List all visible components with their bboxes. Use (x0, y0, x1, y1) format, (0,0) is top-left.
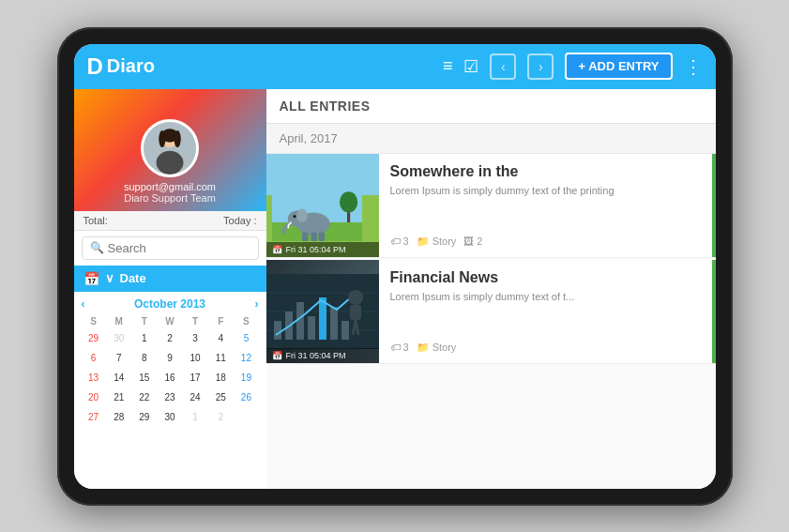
cal-day[interactable]: 1 (183, 408, 207, 427)
cal-day[interactable]: 9 (158, 349, 182, 368)
cal-day[interactable]: 29 (82, 329, 106, 348)
svg-point-16 (293, 215, 296, 218)
logo-area: D Diaro (87, 53, 443, 80)
cal-header-sat: S (234, 314, 258, 328)
cal-day[interactable]: 12 (234, 349, 258, 368)
svg-rect-13 (302, 232, 308, 241)
more-options-icon[interactable]: ⋮ (684, 55, 703, 78)
top-bar: D Diaro ≡ ☑ ‹ › + ADD ENTRY ⋮ (74, 44, 716, 89)
app-name: Diaro (107, 55, 155, 77)
cal-day[interactable]: 22 (132, 388, 157, 407)
cal-day[interactable]: 13 (82, 369, 106, 388)
cal-day[interactable]: 24 (183, 388, 207, 407)
calendar: ‹ October 2013 › S M T W T F S 29 (74, 292, 266, 489)
cal-day[interactable]: 2 (158, 329, 182, 348)
images-count-1: 🖼 2 (463, 236, 482, 247)
svg-rect-26 (330, 307, 338, 340)
cal-next-button[interactable]: › (255, 297, 259, 311)
add-entry-button[interactable]: + ADD ENTRY (565, 53, 672, 80)
category-1: 📁 Story (417, 236, 457, 248)
cal-day[interactable]: 20 (82, 388, 106, 407)
entries-list: 📅 Fri 31 05:04 PM Somewhere in the Lorem… (266, 154, 716, 489)
cal-day[interactable]: 28 (107, 408, 131, 427)
entry-body-1: Somewhere in the Lorem Ipsum is simply d… (379, 154, 716, 257)
entry-thumb-2: 📅 Fri 31 05:04 PM (266, 260, 379, 363)
cal-day[interactable]: 6 (82, 349, 106, 368)
thumb-date-2: 📅 Fri 31 05:04 PM (266, 348, 379, 363)
cal-header-tue: T (132, 314, 157, 328)
svg-rect-15 (318, 232, 324, 241)
svg-rect-29 (350, 305, 361, 320)
date-filter-label: Date (120, 271, 146, 285)
entry-title-1: Somewhere in the (390, 163, 705, 180)
profile-section: support@gmail.com Diaro Support Team (74, 89, 266, 211)
svg-point-4 (159, 130, 165, 147)
toolbar-icons: ≡ ☑ ‹ › + ADD ENTRY ⋮ (443, 53, 703, 80)
cal-day[interactable]: 8 (132, 349, 157, 368)
cal-day[interactable]: 19 (234, 369, 258, 388)
check-icon[interactable]: ☑ (463, 56, 478, 77)
cal-month-label: October 2013 (85, 297, 255, 311)
cal-day[interactable]: 23 (158, 388, 182, 407)
cal-day[interactable]: 10 (183, 349, 207, 368)
date-filter[interactable]: 📅 ∨ Date (74, 266, 266, 292)
today-label: Today : (223, 215, 256, 226)
date-filter-arrow: ∨ (105, 271, 114, 285)
svg-rect-24 (308, 316, 315, 340)
category-2: 📁 Story (417, 342, 457, 354)
cal-day[interactable]: 18 (208, 369, 233, 388)
right-panel: ALL ENTRIES April, 2017 (266, 89, 716, 489)
section-date: April, 2017 (266, 124, 716, 154)
entry-excerpt-2: Lorem Ipsum is simply dummy text of t... (390, 290, 705, 304)
cal-day[interactable]: 3 (183, 329, 207, 348)
cal-day[interactable]: 14 (107, 369, 131, 388)
svg-point-28 (348, 290, 363, 305)
nav-back-button[interactable]: ‹ (490, 53, 516, 80)
cal-day[interactable]: 25 (208, 388, 233, 407)
cal-header-mon: M (107, 314, 131, 328)
tablet-screen: D Diaro ≡ ☑ ‹ › + ADD ENTRY ⋮ (74, 44, 716, 489)
cal-day[interactable]: 30 (158, 408, 182, 427)
tablet-device: D Diaro ≡ ☑ ‹ › + ADD ENTRY ⋮ (57, 27, 733, 506)
cal-day[interactable]: 11 (208, 349, 233, 368)
cal-day[interactable]: 5 (234, 329, 258, 348)
entry-excerpt-1: Lorem Ipsum is simply dummy text of the … (390, 184, 705, 198)
svg-rect-27 (341, 321, 349, 340)
cal-day-today[interactable]: 1 (132, 329, 157, 348)
cal-day[interactable]: 27 (82, 408, 106, 427)
svg-point-12 (296, 209, 307, 222)
cal-day[interactable]: 26 (234, 388, 258, 407)
profile-email: support@gmail.com (124, 181, 216, 192)
svg-point-5 (174, 130, 181, 147)
search-input[interactable] (108, 241, 250, 255)
cal-day (234, 408, 258, 427)
cal-header-thu: T (183, 314, 207, 328)
entry-card-2[interactable]: 📅 Fri 31 05:04 PM Financial News Lorem I… (266, 260, 716, 364)
profile-team: Diaro Support Team (124, 192, 216, 204)
list-icon[interactable]: ≡ (443, 56, 453, 76)
entries-header: ALL ENTRIES (266, 89, 716, 124)
cal-day[interactable]: 2 (208, 408, 233, 427)
cal-day[interactable]: 21 (107, 388, 131, 407)
sidebar: support@gmail.com Diaro Support Team Tot… (74, 89, 266, 489)
calendar-icon: 📅 (83, 271, 99, 286)
cal-day[interactable]: 4 (208, 329, 233, 348)
total-label: Total: (83, 215, 108, 226)
main-content: support@gmail.com Diaro Support Team Tot… (74, 89, 716, 489)
svg-point-9 (340, 191, 357, 212)
cal-day[interactable]: 7 (107, 349, 131, 368)
avatar-image (144, 122, 196, 175)
entry-card-1[interactable]: 📅 Fri 31 05:04 PM Somewhere in the Lorem… (266, 154, 716, 258)
cal-day[interactable]: 17 (183, 369, 207, 388)
entry-body-2: Financial News Lorem Ipsum is simply dum… (379, 260, 716, 363)
cal-day[interactable]: 30 (107, 329, 131, 348)
search-box[interactable]: 🔍 (82, 236, 259, 260)
cal-icon-2: 📅 (272, 351, 282, 360)
cal-day[interactable]: 29 (132, 408, 157, 427)
entry-meta-2: 🏷 3 📁 Story (390, 342, 705, 354)
tag-count-1: 🏷 3 (390, 236, 409, 247)
cal-header-fri: F (208, 314, 233, 328)
cal-day[interactable]: 15 (132, 369, 157, 388)
nav-forward-button[interactable]: › (527, 53, 554, 80)
cal-day[interactable]: 16 (158, 369, 182, 388)
